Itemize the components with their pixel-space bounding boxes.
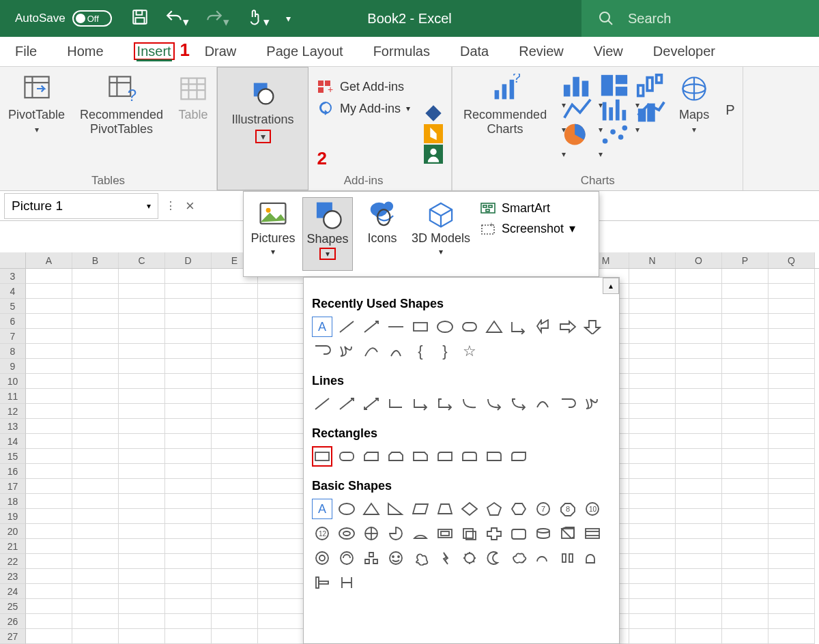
tab-developer[interactable]: Developer: [653, 44, 715, 59]
col-header[interactable]: P: [722, 252, 768, 268]
scroll-up-icon[interactable]: ▴: [603, 278, 619, 294]
shapes-button[interactable]: Shapes ▾: [302, 197, 353, 271]
row-header[interactable]: 14: [0, 434, 26, 449]
tab-view[interactable]: View: [594, 44, 623, 59]
row-header[interactable]: 8: [0, 344, 26, 359]
row-header[interactable]: 21: [0, 539, 26, 554]
svg-rect-80: [340, 452, 354, 460]
svg-text:8: 8: [566, 505, 570, 513]
basic-shapes[interactable]: A 7 8 10 12: [312, 499, 611, 593]
rectangles-shapes[interactable]: [312, 446, 611, 467]
icons-button[interactable]: Icons: [357, 197, 407, 271]
row-header[interactable]: 25: [0, 599, 26, 614]
row-header[interactable]: 17: [0, 479, 26, 494]
table-button[interactable]: Table: [178, 72, 208, 122]
col-header[interactable]: D: [165, 252, 212, 268]
row-header[interactable]: 9: [0, 359, 26, 374]
row-header[interactable]: 11: [0, 389, 26, 404]
shapes-dropdown-icon[interactable]: ▾: [319, 248, 336, 260]
col-header[interactable]: C: [119, 252, 165, 268]
row-header[interactable]: 7: [0, 329, 26, 344]
tab-file[interactable]: File: [15, 44, 37, 59]
col-header[interactable]: Q: [768, 252, 815, 268]
col-header[interactable]: A: [26, 252, 72, 268]
search-box[interactable]: Search: [581, 0, 819, 37]
visio-addin-icon[interactable]: [424, 105, 443, 121]
svg-point-55: [266, 208, 271, 213]
my-addins-button[interactable]: My Add-ins ▾: [317, 101, 410, 116]
row-header[interactable]: 23: [0, 569, 26, 584]
row-header[interactable]: 24: [0, 584, 26, 599]
get-addins-button[interactable]: +Get Add-ins: [317, 79, 410, 94]
col-header[interactable]: B: [72, 252, 119, 268]
smartart-button[interactable]: SmartArt: [480, 201, 575, 216]
maps-button[interactable]: Maps▾: [679, 72, 709, 134]
tab-pagelayout[interactable]: Page Layout: [266, 44, 343, 59]
svg-rect-129: [569, 554, 573, 562]
3d-models-button[interactable]: 3D Models▾: [412, 197, 470, 271]
bing-addin-icon[interactable]: [424, 126, 443, 142]
col-header[interactable]: N: [629, 252, 676, 268]
recommended-pivottables-button[interactable]: ? Recommended PivotTables: [77, 72, 166, 136]
row-header[interactable]: 20: [0, 524, 26, 539]
svg-point-97: [339, 528, 354, 539]
col-header[interactable]: O: [676, 252, 722, 268]
tab-draw[interactable]: Draw: [205, 44, 237, 59]
lines-shapes[interactable]: [312, 394, 611, 414]
autosave-toggle[interactable]: AutoSave Off: [15, 10, 112, 27]
svg-rect-38: [638, 85, 644, 96]
pivottable-button[interactable]: PivotTable▾: [8, 72, 65, 134]
basic-shapes-heading: Basic Shapes: [312, 479, 611, 493]
svg-rect-5: [25, 76, 48, 98]
illustrations-dropdown-icon[interactable]: ▾: [255, 130, 271, 143]
row-header[interactable]: 12: [0, 404, 26, 419]
row-header[interactable]: 4: [0, 284, 26, 299]
row-header[interactable]: 6: [0, 314, 26, 329]
redo-icon[interactable]: ▾: [205, 8, 229, 29]
svg-text:7: 7: [541, 505, 545, 513]
charts-gallery[interactable]: ▾ ▾ ▾ ▾ ▾ ▾ ▾ ▾: [562, 72, 667, 145]
screenshot-button[interactable]: +Screenshot ▾: [480, 221, 575, 236]
shapes-gallery: ▴ Recently Used Shapes A { } ☆ Lines: [303, 277, 620, 644]
svg-marker-83: [388, 503, 402, 514]
row-header[interactable]: 27: [0, 629, 26, 644]
svg-point-50: [618, 134, 624, 140]
row-header[interactable]: 3: [0, 269, 26, 284]
row-header[interactable]: 5: [0, 299, 26, 314]
row-header[interactable]: 19: [0, 509, 26, 524]
row-header[interactable]: 15: [0, 449, 26, 464]
row-header[interactable]: 13: [0, 419, 26, 434]
cancel-icon[interactable]: ×: [186, 197, 195, 215]
touch-mode-icon[interactable]: ▾: [246, 8, 270, 29]
search-icon: [598, 10, 614, 27]
svg-rect-29: [502, 84, 507, 99]
tab-home[interactable]: Home: [67, 44, 103, 59]
svg-rect-63: [489, 205, 492, 207]
tab-data[interactable]: Data: [460, 44, 489, 59]
row-header[interactable]: 26: [0, 614, 26, 629]
textbox-shape-icon: A: [312, 317, 332, 337]
row-header[interactable]: 10: [0, 374, 26, 389]
svg-rect-62: [483, 205, 487, 207]
recently-used-shapes[interactable]: A { } ☆: [312, 317, 611, 362]
svg-point-81: [339, 503, 354, 514]
ribbon-insert: PivotTable▾ ? Recommended PivotTables Ta…: [0, 67, 819, 191]
name-box[interactable]: Picture 1▾: [4, 193, 158, 219]
svg-point-3: [600, 12, 609, 22]
tab-insert[interactable]: Insert: [134, 42, 175, 60]
tab-review[interactable]: Review: [519, 44, 564, 59]
qat-customize-icon[interactable]: ▾: [286, 13, 291, 24]
row-header[interactable]: 22: [0, 554, 26, 569]
illustrations-button[interactable]: Illustrations ▾ 2: [217, 67, 308, 190]
row-header[interactable]: 16: [0, 464, 26, 479]
tab-formulas[interactable]: Formulas: [373, 44, 430, 59]
row-header[interactable]: 18: [0, 494, 26, 509]
pictures-button[interactable]: Pictures▾: [248, 197, 298, 271]
namebox-expand-icon[interactable]: ⋮: [165, 199, 176, 212]
undo-icon[interactable]: ▾: [165, 8, 189, 29]
rectangle-shape[interactable]: [312, 446, 332, 467]
people-addin-icon[interactable]: [424, 146, 443, 162]
recommended-charts-button[interactable]: ? Recommended Charts: [461, 72, 549, 136]
save-icon[interactable]: [131, 8, 149, 29]
group-charts: ? Recommended Charts ▾ ▾ ▾ ▾ ▾ ▾ ▾ ▾ Map…: [452, 67, 743, 190]
